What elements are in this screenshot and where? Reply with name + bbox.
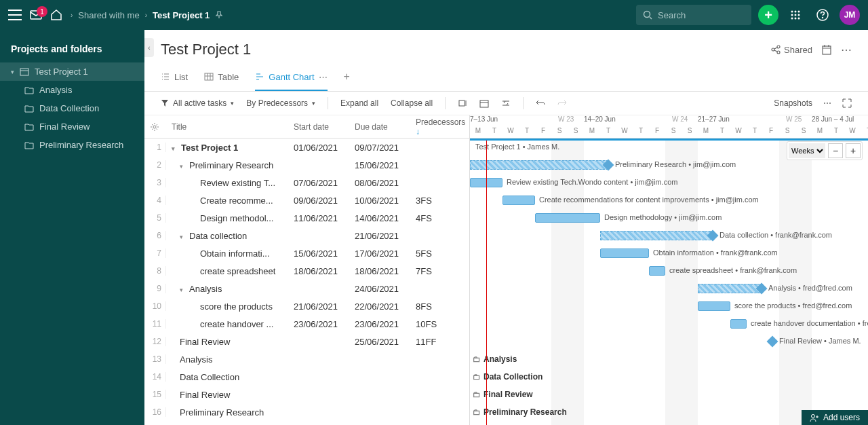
chart-folder-row[interactable]: 🗀Final Review [473, 386, 533, 403]
table-row[interactable]: 9▾Analysis24/06/2021 [144, 280, 469, 297]
more-icon[interactable]: ⋯ [823, 98, 831, 108]
gantt-milestone[interactable] [767, 336, 778, 348]
snapshots-button[interactable]: Snapshots [774, 98, 812, 108]
zoom-out-button[interactable]: − [828, 143, 843, 158]
svg-point-10 [798, 18, 800, 20]
day-label: W [844, 127, 861, 134]
day-label: M [698, 127, 714, 134]
chart-folder-row[interactable]: 🗀Analysis [473, 350, 517, 368]
gantt-task-bar[interactable] [649, 266, 665, 276]
table-row[interactable]: 2▾Preliminary Research15/06/2021 [144, 156, 469, 174]
table-row[interactable]: 4Create recomme...09/06/202110/06/20213F… [144, 191, 469, 209]
gantt-task-bar[interactable] [502, 196, 535, 205]
gantt-task-bar[interactable] [698, 301, 730, 311]
col-due[interactable]: Due date [349, 122, 410, 132]
page-title: Test Project 1 [161, 41, 251, 58]
gantt-task-bar[interactable] [730, 319, 747, 329]
redo-icon[interactable] [557, 98, 567, 108]
table-row[interactable]: 5Design methodol...11/06/202114/06/20214… [144, 209, 469, 227]
mail-icon[interactable]: 1 [30, 10, 42, 20]
home-icon[interactable] [50, 9, 62, 21]
breadcrumb-current[interactable]: Test Project 1 [153, 10, 210, 20]
table-row[interactable]: 1▾Test Project 101/06/202109/07/2021 [144, 138, 469, 156]
fullscreen-icon[interactable] [842, 98, 852, 108]
help-icon[interactable] [812, 5, 833, 25]
gantt-summary-bar[interactable] [600, 231, 714, 240]
day-label: T [486, 127, 502, 134]
pin-icon[interactable] [215, 11, 223, 19]
sidebar-item-prelim[interactable]: Preliminary Research [0, 136, 144, 154]
calendar-icon[interactable] [822, 44, 831, 55]
project-icon [20, 67, 29, 77]
tab-gantt[interactable]: Gantt Chart ⋯ [255, 64, 327, 91]
col-title[interactable]: Title [166, 122, 288, 132]
gantt-task-bar[interactable] [535, 213, 600, 223]
sidebar-item-data[interactable]: Data Collection [0, 99, 144, 117]
svg-point-21 [153, 126, 156, 128]
gantt-bar-label: Obtain information • frank@frank.com [653, 248, 778, 257]
tool-icon-1[interactable] [458, 98, 467, 108]
svg-point-3 [795, 11, 797, 13]
collapse-all-button[interactable]: Collapse all [391, 98, 433, 108]
tab-table[interactable]: Table [204, 64, 239, 91]
gantt-bar-label: Data collection • frank@frank.com [719, 231, 832, 239]
shared-button[interactable]: Shared [771, 45, 812, 55]
day-label: F [535, 127, 551, 134]
table-row[interactable]: 13Analysis [144, 350, 469, 368]
svg-point-16 [777, 51, 780, 54]
expand-all-button[interactable]: Expand all [340, 98, 378, 108]
table-row[interactable]: 6▾Data collection21/06/2021 [144, 227, 469, 244]
gantt-summary-bar[interactable] [698, 284, 763, 293]
gantt-summary-bar[interactable] [470, 160, 608, 170]
table-row[interactable]: 15Final Review [144, 386, 469, 403]
tool-icon-3[interactable] [501, 98, 511, 108]
sidebar-item-final[interactable]: Final Review [0, 117, 144, 136]
tab-list[interactable]: List [161, 64, 188, 91]
menu-icon[interactable] [8, 10, 22, 20]
avatar[interactable]: JM [840, 5, 860, 25]
table-row[interactable]: 7Obtain informati...15/06/202117/06/2021… [144, 244, 469, 262]
day-label: W [730, 127, 747, 134]
table-row[interactable]: 16Preliminary Research [144, 403, 469, 421]
col-start[interactable]: Start date [288, 122, 349, 132]
zoom-in-button[interactable]: + [846, 143, 861, 158]
col-pred[interactable]: Predecessors ↓ [410, 117, 469, 136]
sidebar-item-analysis[interactable]: Analysis [0, 81, 144, 99]
day-label: T [747, 127, 763, 134]
table-row[interactable]: 10score the products21/06/202122/06/2021… [144, 297, 469, 315]
day-label: F [763, 127, 779, 134]
settings-icon[interactable] [144, 122, 166, 132]
undo-icon[interactable] [536, 98, 545, 108]
table-row[interactable]: 12Final Review25/06/202111FF [144, 333, 469, 350]
more-options-icon[interactable]: ⋯ [841, 43, 852, 56]
sidebar-item-project[interactable]: ▾ Test Project 1 [0, 62, 144, 81]
tool-icon-2[interactable] [479, 98, 489, 108]
svg-point-7 [798, 14, 800, 16]
add-users-button[interactable]: Add users [802, 410, 868, 425]
day-label: M [584, 127, 600, 134]
add-button[interactable]: + [758, 5, 778, 25]
table-row[interactable]: 14Data Collection [144, 368, 469, 386]
day-label: T [600, 127, 616, 134]
date-range-label: 7–13 Jun [470, 115, 498, 123]
table-row[interactable]: 11create handover ...23/06/202123/06/202… [144, 315, 469, 333]
collapse-sidebar-handle[interactable]: ‹ [144, 38, 154, 57]
tab-more-icon[interactable]: ⋯ [319, 72, 328, 82]
filter-icon [161, 99, 169, 107]
filter-button[interactable]: All active tasks ▾ [161, 98, 234, 108]
zoom-select[interactable]: Weeks [789, 143, 825, 158]
content: ‹ Test Project 1 Shared ⋯ List Table [144, 30, 868, 425]
chart-folder-row[interactable]: 🗀Data Collection [473, 368, 542, 386]
group-button[interactable]: By Predecessors ▾ [246, 98, 315, 108]
chart-panel[interactable]: 7–13 JunW 2314–20 JunW 2421–27 JunW 2528… [470, 115, 868, 425]
table-row[interactable]: 3Review existing T...07/06/202108/06/202… [144, 174, 469, 191]
week-label: W 24 [672, 115, 688, 123]
gantt-task-bar[interactable] [600, 248, 649, 258]
add-view-button[interactable]: + [344, 64, 350, 91]
apps-icon[interactable] [785, 5, 806, 25]
search-input[interactable]: Search [636, 5, 751, 25]
svg-point-14 [777, 45, 780, 48]
table-row[interactable]: 8create spreadsheet18/06/202118/06/20217… [144, 262, 469, 280]
gantt-bar-label: Design methodology • jim@jim.com [604, 213, 722, 221]
breadcrumb-parent[interactable]: Shared with me [78, 10, 139, 20]
